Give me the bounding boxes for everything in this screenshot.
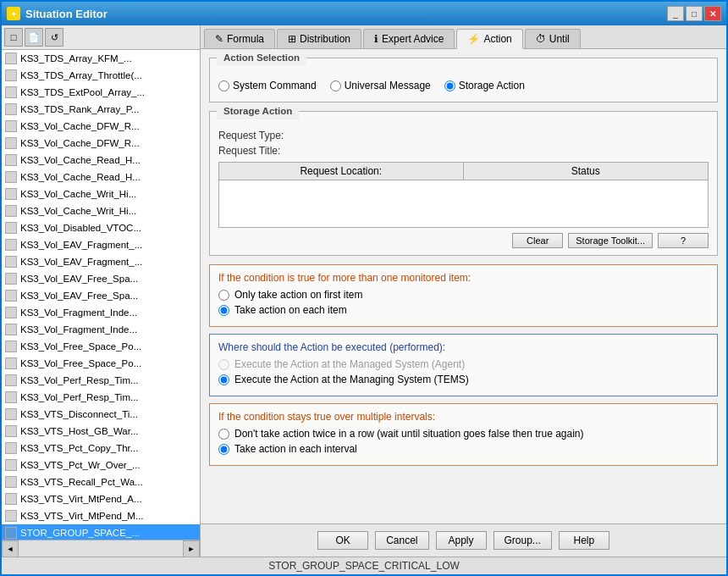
bottom-bar: OK Cancel Apply Group... Help	[201, 523, 726, 557]
ok-button[interactable]: OK	[317, 531, 368, 550]
sidebar: □ 📄 ↺ KS3_TDS_Array_KFM_... KS3_TDS_Arra…	[2, 25, 201, 557]
list-item[interactable]: KS3_Vol_Free_Space_Po...	[2, 355, 200, 372]
storage-action-option[interactable]: Storage Action	[444, 80, 525, 91]
request-type-row: Request Type:	[218, 130, 709, 141]
list-item[interactable]: KS3_Vol_Cache_DFW_R...	[2, 135, 200, 152]
maximize-button[interactable]: □	[686, 6, 703, 21]
storage-action-radio[interactable]	[444, 80, 455, 91]
storage-help-button[interactable]: ?	[658, 233, 709, 248]
list-item[interactable]: KS3_Vol_EAV_Free_Spa...	[2, 287, 200, 304]
scroll-right-button[interactable]: ►	[183, 540, 200, 557]
tab-action[interactable]: ⚡ Action	[456, 29, 522, 49]
cancel-button[interactable]: Cancel	[375, 531, 428, 550]
list-item[interactable]: KS3_Vol_Perf_Resp_Tim...	[2, 372, 200, 389]
each-item-option[interactable]: Take action on each item	[218, 304, 709, 316]
list-item[interactable]: KS3_Vol_Cache_Read_H...	[2, 152, 200, 169]
list-item-selected[interactable]: STOR_GROUP_SPACE_...	[2, 524, 200, 540]
col-request-location: Request Location:	[219, 163, 464, 180]
system-command-option[interactable]: System Command	[218, 80, 317, 91]
first-item-radio[interactable]	[218, 290, 229, 301]
list-item[interactable]: KS3_Vol_Perf_Resp_Tim...	[2, 389, 200, 406]
item-icon	[5, 53, 17, 64]
list-item[interactable]: KS3_VTS_Host_GB_War...	[2, 423, 200, 440]
tab-expert-advice[interactable]: ℹ Expert Advice	[363, 29, 455, 48]
universal-message-radio[interactable]	[330, 80, 341, 91]
item-icon	[5, 374, 17, 386]
item-icon	[5, 69, 17, 81]
window-title: Situation Editor	[25, 8, 108, 20]
request-title-row: Request Title:	[218, 145, 709, 157]
apply-button[interactable]: Apply	[436, 531, 487, 550]
managed-system-option[interactable]: Execute the Action at the Managed System…	[218, 358, 709, 370]
each-interval-radio[interactable]	[218, 444, 229, 455]
list-item[interactable]: KS3_VTS_Pct_Wr_Over_...	[2, 457, 200, 474]
formula-icon: ✎	[215, 33, 223, 45]
condition-interval-section: If the condition stays true over multipl…	[209, 403, 718, 466]
list-item[interactable]: KS3_VTS_Virt_MtPend_M...	[2, 507, 200, 524]
each-item-radio[interactable]	[218, 305, 229, 316]
list-item[interactable]: KS3_TDS_Rank_Array_P...	[2, 101, 200, 118]
item-icon	[5, 459, 17, 471]
minimize-button[interactable]: _	[667, 6, 684, 21]
item-icon	[5, 408, 17, 420]
close-button[interactable]: ✕	[704, 6, 721, 21]
sidebar-toolbar: □ 📄 ↺	[2, 25, 200, 50]
clear-button[interactable]: Clear	[512, 233, 563, 248]
right-panel: ✎ Formula ⊞ Distribution ℹ Expert Advice…	[201, 25, 726, 557]
list-item[interactable]: KS3_TDS_ExtPool_Array_...	[2, 84, 200, 101]
item-icon-selected	[5, 527, 17, 539]
condition-execution-section: Where should the Action be executed (per…	[209, 334, 718, 396]
list-item[interactable]: KS3_VTS_Virt_MtPend_A...	[2, 490, 200, 507]
help-button[interactable]: Help	[559, 531, 609, 550]
list-item[interactable]: KS3_Vol_Cache_DFW_R...	[2, 118, 200, 135]
list-item[interactable]: KS3_Vol_EAV_Fragment_...	[2, 253, 200, 270]
managing-system-radio[interactable]	[218, 374, 229, 385]
storage-action-section: Storage Action Request Type: Request Tit…	[209, 111, 718, 256]
status-bar: STOR_GROUP_SPACE_CRITICAL_LOW	[2, 557, 726, 574]
item-icon	[5, 103, 17, 115]
list-item[interactable]: KS3_Vol_EAV_Free_Spa...	[2, 270, 200, 287]
list-item[interactable]: KS3_Vol_Cache_Writ_Hi...	[2, 186, 200, 202]
sidebar-new-button[interactable]: □	[4, 28, 23, 47]
list-item[interactable]: KS3_Vol_Fragment_Inde...	[2, 321, 200, 338]
item-icon	[5, 290, 17, 302]
item-icon	[5, 510, 17, 522]
tab-distribution[interactable]: ⊞ Distribution	[277, 29, 361, 48]
list-item[interactable]: KS3_Vol_Cache_Writ_Hi...	[2, 202, 200, 219]
list-item[interactable]: KS3_Vol_EAV_Fragment_...	[2, 236, 200, 253]
each-interval-option[interactable]: Take action in each interval	[218, 443, 709, 455]
tab-until[interactable]: ⏱ Until	[525, 29, 581, 48]
list-item[interactable]: KS3_VTS_Pct_Copy_Thr...	[2, 440, 200, 457]
sidebar-refresh-button[interactable]: ↺	[45, 28, 63, 47]
list-item[interactable]: KS3_TDS_Array_KFM_...	[2, 50, 200, 67]
managing-system-option[interactable]: Execute the Action at the Managing Syste…	[218, 374, 709, 385]
item-icon	[5, 273, 17, 285]
condition-multiple-section: If the condition is true for more than o…	[209, 264, 718, 327]
universal-message-option[interactable]: Universal Message	[330, 80, 431, 91]
title-controls: _ □ ✕	[667, 6, 721, 21]
title-bar: ✦ Situation Editor _ □ ✕	[2, 2, 726, 25]
sidebar-open-button[interactable]: 📄	[25, 28, 43, 47]
list-item[interactable]: KS3_VTS_Disconnect_Ti...	[2, 406, 200, 423]
list-item[interactable]: KS3_Vol_Disabled_VTOC...	[2, 219, 200, 236]
list-item[interactable]: KS3_Vol_Cache_Read_H...	[2, 169, 200, 186]
list-item[interactable]: KS3_Vol_Fragment_Inde...	[2, 304, 200, 321]
situation-editor-window: ✦ Situation Editor _ □ ✕ □ 📄 ↺ KS3_TDS_A…	[0, 0, 728, 576]
tab-formula[interactable]: ✎ Formula	[204, 29, 275, 48]
no-twice-radio[interactable]	[218, 429, 229, 440]
list-item[interactable]: KS3_TDS_Array_Throttle(...	[2, 67, 200, 84]
panel-content: Action Selection System Command Universa…	[201, 49, 726, 523]
first-item-option[interactable]: Only take action on first item	[218, 289, 709, 301]
system-command-radio[interactable]	[218, 80, 229, 91]
list-item[interactable]: KS3_VTS_Recall_Pct_Wa...	[2, 474, 200, 490]
no-twice-option[interactable]: Don't take action twice in a row (wait u…	[218, 428, 709, 440]
storage-toolkit-button[interactable]: Storage Toolkit...	[568, 233, 653, 248]
request-table: Request Location: Status	[218, 162, 709, 228]
group-button[interactable]: Group...	[494, 531, 552, 550]
item-icon	[5, 425, 17, 437]
item-icon	[5, 357, 17, 369]
storage-action-title: Storage Action	[217, 102, 299, 119]
scroll-left-button[interactable]: ◄	[2, 540, 19, 557]
list-item[interactable]: KS3_Vol_Free_Space_Po...	[2, 338, 200, 355]
scrollbar-track[interactable]	[19, 540, 183, 557]
